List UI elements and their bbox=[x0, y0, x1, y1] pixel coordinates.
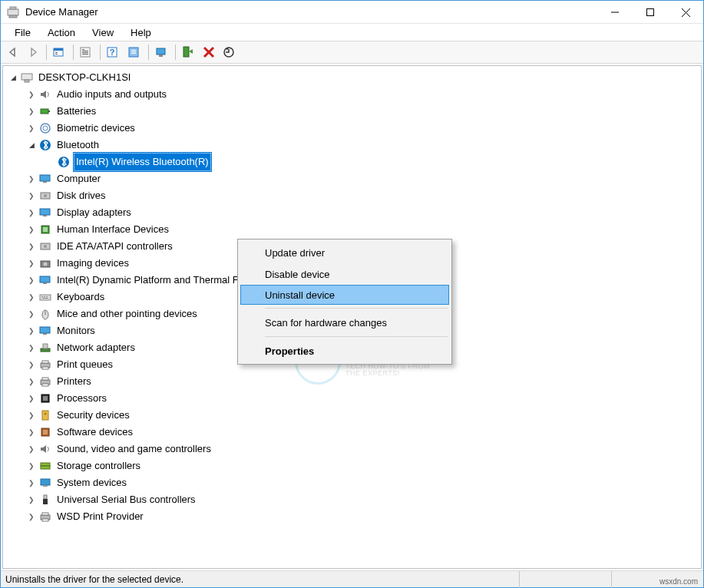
svg-rect-62 bbox=[42, 361, 48, 363]
tree-item-label: Software devices bbox=[55, 424, 134, 441]
tree-item[interactable]: ❯Audio inputs and outputs bbox=[3, 86, 701, 103]
monitor-icon bbox=[38, 206, 52, 220]
finger-icon bbox=[38, 121, 52, 135]
tree-item[interactable]: ❯Processors bbox=[3, 390, 701, 407]
context-menu-item[interactable]: Properties bbox=[240, 340, 449, 362]
svg-rect-8 bbox=[54, 48, 63, 51]
menu-help[interactable]: Help bbox=[123, 25, 159, 40]
context-menu-item[interactable]: Uninstall device bbox=[240, 285, 449, 305]
svg-rect-9 bbox=[55, 52, 58, 53]
tree-item[interactable]: ❯Batteries bbox=[3, 103, 701, 120]
back-button[interactable] bbox=[4, 43, 22, 61]
speaker-icon bbox=[38, 88, 52, 101]
cpu-icon bbox=[38, 391, 52, 405]
svg-rect-49 bbox=[43, 282, 47, 284]
uninstall-device-button[interactable] bbox=[200, 43, 218, 61]
svg-point-47 bbox=[44, 263, 48, 266]
context-menu-item[interactable]: Update driver bbox=[240, 242, 449, 263]
svg-rect-48 bbox=[40, 276, 50, 282]
svg-point-70 bbox=[45, 413, 47, 415]
tree-item[interactable]: ❯Human Interface Devices bbox=[3, 221, 701, 238]
chevron-right-icon[interactable]: ❯ bbox=[26, 275, 37, 286]
tree-item[interactable]: ❯Printers bbox=[3, 373, 701, 390]
tree-item[interactable]: ❯Disk drives bbox=[3, 187, 701, 204]
tree-item-label: Disk drives bbox=[55, 187, 107, 204]
chevron-right-icon[interactable]: ❯ bbox=[26, 292, 37, 302]
tree-item[interactable]: ❯Sound, video and game controllers bbox=[3, 441, 701, 458]
chevron-right-icon[interactable]: ❯ bbox=[26, 410, 37, 421]
menu-file[interactable]: File bbox=[7, 25, 38, 40]
chevron-right-icon[interactable]: ❯ bbox=[26, 89, 37, 100]
chevron-right-icon[interactable]: ❯ bbox=[26, 123, 37, 134]
status-text: Uninstalls the driver for the selected d… bbox=[5, 574, 183, 585]
enable-device-button[interactable] bbox=[178, 43, 198, 61]
context-menu-item[interactable]: Disable device bbox=[240, 263, 449, 285]
menu-view[interactable]: View bbox=[84, 25, 121, 40]
chevron-right-icon[interactable]: ❯ bbox=[26, 224, 37, 235]
svg-rect-54 bbox=[42, 298, 48, 299]
device-properties-button[interactable] bbox=[124, 43, 144, 61]
tree-item-selected[interactable]: Intel(R) Wireless Bluetooth(R) bbox=[3, 154, 701, 170]
tree-item[interactable]: ❯Display adapters bbox=[3, 204, 701, 221]
svg-rect-52 bbox=[44, 296, 45, 297]
tree-item[interactable]: ❯System devices bbox=[3, 474, 701, 491]
chevron-right-icon[interactable]: ❯ bbox=[26, 258, 37, 269]
show-hidden-button[interactable] bbox=[49, 43, 69, 61]
tree-item-label: WSD Print Provider bbox=[55, 508, 145, 525]
tree-item-label: IDE ATA/ATAPI controllers bbox=[55, 238, 174, 255]
chevron-right-icon[interactable]: ❯ bbox=[26, 444, 37, 454]
chevron-right-icon[interactable]: ❯ bbox=[26, 309, 37, 319]
chevron-right-icon[interactable]: ❯ bbox=[26, 241, 37, 252]
chevron-down-icon[interactable]: ◢ bbox=[8, 72, 18, 83]
svg-rect-58 bbox=[43, 333, 47, 335]
tree-item-label: Printers bbox=[55, 373, 93, 390]
attribution: wsxdn.com bbox=[659, 577, 698, 586]
svg-rect-21 bbox=[131, 53, 136, 54]
tree-root[interactable]: ◢DESKTOP-CLKH1SI bbox=[3, 69, 701, 86]
properties-button[interactable] bbox=[76, 43, 96, 61]
chevron-right-icon[interactable]: ❯ bbox=[26, 393, 37, 404]
battery-icon bbox=[38, 104, 52, 118]
menu-action[interactable]: Action bbox=[40, 25, 83, 40]
tree-item[interactable]: ❯Universal Serial Bus controllers bbox=[3, 491, 701, 508]
chevron-right-icon[interactable]: ❯ bbox=[26, 106, 37, 117]
chevron-right-icon[interactable]: ❯ bbox=[26, 511, 37, 522]
svg-rect-23 bbox=[159, 55, 163, 57]
tree-item[interactable]: ❯Biometric devices bbox=[3, 120, 701, 137]
svg-rect-74 bbox=[41, 466, 50, 469]
update-driver-button[interactable] bbox=[151, 43, 171, 61]
svg-rect-50 bbox=[40, 295, 51, 300]
chevron-down-icon[interactable]: ◢ bbox=[26, 140, 37, 150]
tree-item[interactable]: ❯Security devices bbox=[3, 407, 701, 424]
context-menu-item[interactable]: Scan for hardware changes bbox=[240, 312, 449, 333]
chevron-right-icon[interactable]: ❯ bbox=[26, 427, 37, 438]
svg-rect-72 bbox=[43, 430, 48, 434]
help-button[interactable]: ? bbox=[103, 43, 123, 61]
chevron-right-icon[interactable]: ❯ bbox=[26, 461, 37, 471]
status-cell bbox=[519, 571, 611, 588]
tree-item[interactable]: ◢Bluetooth bbox=[3, 137, 701, 154]
chevron-right-icon[interactable]: ❯ bbox=[26, 325, 37, 336]
minimize-button[interactable] bbox=[597, 1, 633, 24]
maximize-button[interactable] bbox=[633, 1, 668, 24]
chevron-right-icon[interactable]: ❯ bbox=[26, 477, 37, 488]
close-button[interactable] bbox=[668, 1, 703, 24]
tree-item[interactable]: ❯Storage controllers bbox=[3, 458, 701, 474]
chevron-right-icon[interactable]: ❯ bbox=[26, 173, 37, 184]
printer-icon bbox=[38, 358, 52, 372]
tree-item[interactable]: ❯Computer bbox=[3, 170, 701, 187]
chevron-right-icon[interactable]: ❯ bbox=[26, 342, 37, 353]
forward-button[interactable] bbox=[24, 43, 42, 61]
disk-icon bbox=[38, 189, 52, 203]
chevron-right-icon[interactable]: ❯ bbox=[26, 494, 37, 505]
chevron-right-icon[interactable]: ❯ bbox=[26, 359, 37, 370]
window-controls bbox=[597, 1, 703, 23]
tree-item[interactable]: ❯Software devices bbox=[3, 424, 701, 441]
scan-hardware-button[interactable] bbox=[220, 43, 238, 61]
chevron-right-icon[interactable]: ❯ bbox=[26, 190, 37, 201]
tree-item[interactable]: ❯WSD Print Provider bbox=[3, 508, 701, 525]
chevron-right-icon[interactable]: ❯ bbox=[26, 376, 37, 387]
tree-item-label: Audio inputs and outputs bbox=[55, 86, 168, 103]
svg-rect-69 bbox=[42, 411, 48, 420]
chevron-right-icon[interactable]: ❯ bbox=[26, 207, 37, 218]
